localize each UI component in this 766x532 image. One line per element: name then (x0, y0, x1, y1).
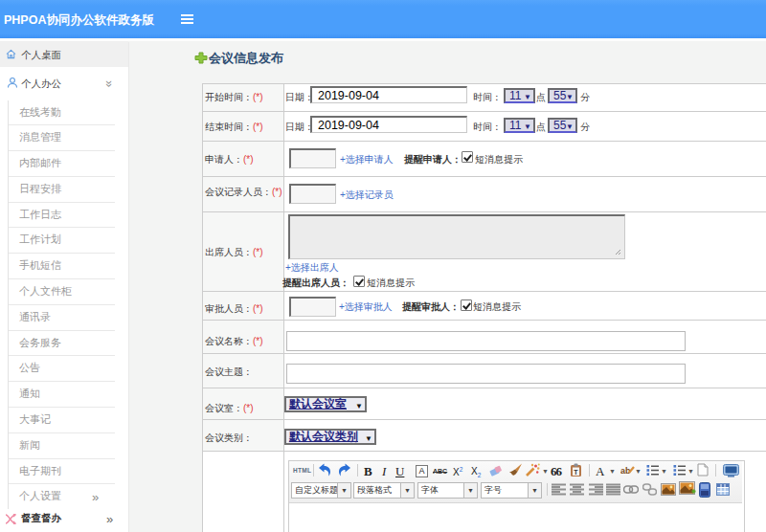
svg-text:T: T (574, 469, 578, 476)
